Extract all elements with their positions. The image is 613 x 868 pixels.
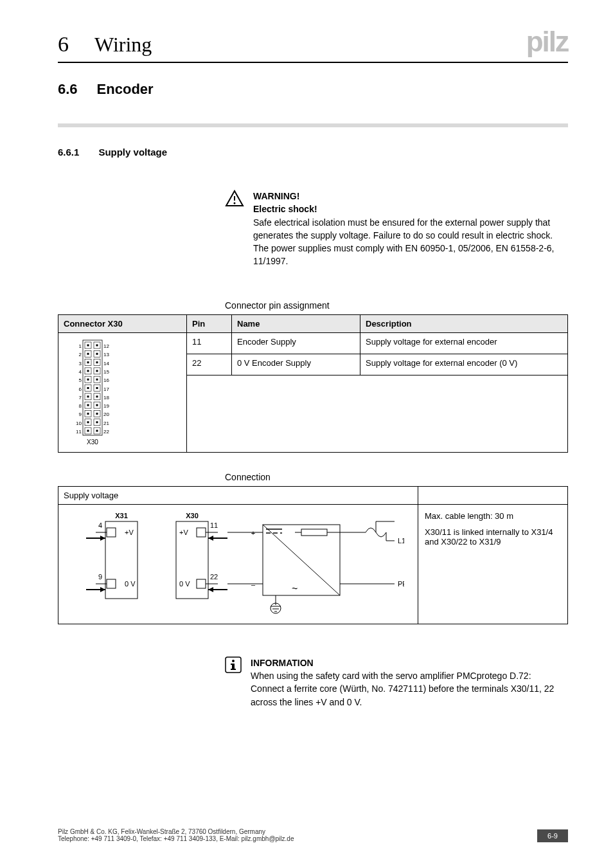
warning-callout: WARNING! Electric shock! Safe electrical… xyxy=(225,190,562,268)
svg-rect-42 xyxy=(87,395,89,397)
svg-text:5: 5 xyxy=(79,377,82,383)
warning-icon xyxy=(225,190,244,268)
pin-assignment-table: Connector X30 Pin Name Description X30 1… xyxy=(58,314,568,453)
svg-rect-14 xyxy=(96,353,98,355)
svg-text:+V: +V xyxy=(125,529,134,536)
svg-point-2 xyxy=(234,203,236,204)
svg-text:6: 6 xyxy=(79,386,82,392)
svg-text:17: 17 xyxy=(103,386,109,392)
desc-cell: Supply voltage for external encoder xyxy=(360,332,568,354)
svg-rect-111 xyxy=(301,529,327,536)
svg-text:–: – xyxy=(251,581,256,588)
table-row: Connector X30 Pin Name Description xyxy=(58,314,568,332)
svg-rect-50 xyxy=(96,404,98,406)
svg-text:18: 18 xyxy=(103,395,109,401)
connector-diagram-cell: X30 11221331441551661771881992010211122 xyxy=(58,332,187,452)
connector-x30-icon: X30 11221331441551661771881992010211122 xyxy=(64,337,121,446)
svg-rect-6 xyxy=(87,344,89,346)
name-cell: Encoder Supply xyxy=(232,332,360,354)
page-number: 6-9 xyxy=(537,829,568,842)
svg-text:21: 21 xyxy=(103,420,109,426)
col-header: Connector X30 xyxy=(58,314,187,332)
svg-rect-129 xyxy=(231,669,236,670)
svg-text:8: 8 xyxy=(79,403,82,409)
svg-text:12: 12 xyxy=(103,343,109,349)
svg-text:15: 15 xyxy=(103,369,109,375)
svg-text:PE: PE xyxy=(398,580,404,588)
wiring-diagram-cell: X31 4 +V 9 0 V xyxy=(58,504,418,624)
svg-text:14: 14 xyxy=(103,360,109,366)
svg-text:X30: X30 xyxy=(186,512,199,520)
table-row: Supply voltage xyxy=(58,486,568,504)
information-callout: INFORMATION When using the safety card w… xyxy=(225,656,562,709)
svg-rect-128 xyxy=(231,664,233,665)
svg-rect-38 xyxy=(96,387,98,389)
svg-text:0 V: 0 V xyxy=(179,580,190,588)
name-cell: 0 V Encoder Supply xyxy=(232,354,360,375)
svg-text:16: 16 xyxy=(103,377,109,383)
svg-text:9: 9 xyxy=(79,411,82,417)
svg-rect-18 xyxy=(87,361,89,363)
svg-marker-83 xyxy=(100,587,105,592)
col-header: Pin xyxy=(187,314,232,332)
svg-rect-36 xyxy=(87,387,89,389)
subsection-title: Supply voltage xyxy=(98,147,167,158)
svg-rect-62 xyxy=(96,421,98,423)
svg-text:22: 22 xyxy=(103,429,109,435)
brand-logo: pilz xyxy=(526,26,568,58)
col-header: Description xyxy=(360,314,568,332)
svg-rect-24 xyxy=(87,370,89,372)
svg-text:~: ~ xyxy=(292,583,298,594)
warning-text: Safe electrical isolation must be ensure… xyxy=(253,217,554,267)
svg-marker-97 xyxy=(208,587,213,592)
svg-rect-73 xyxy=(107,528,116,537)
svg-rect-30 xyxy=(87,378,89,380)
info-icon xyxy=(225,656,242,709)
warning-heading: WARNING! xyxy=(253,190,562,203)
section-number: 6.6 xyxy=(58,81,78,98)
warning-subheading: Electric shock! xyxy=(253,203,562,215)
connection-header: Supply voltage xyxy=(58,486,418,504)
chapter-title: Wiring xyxy=(94,33,152,57)
connection-table: Supply voltage X31 4 +V xyxy=(58,486,568,624)
svg-text:X31: X31 xyxy=(115,512,128,520)
svg-text:22: 22 xyxy=(210,573,218,581)
svg-rect-93 xyxy=(197,579,206,588)
max-cable-length: Max. cable length: 30 m xyxy=(425,511,561,521)
footer-contact: Telephone: +49 711 3409-0, Telefax: +49 … xyxy=(58,835,294,842)
svg-text:3: 3 xyxy=(79,360,82,366)
section-header: 6.6 Encoder xyxy=(58,81,568,98)
svg-text:0 V: 0 V xyxy=(125,580,136,588)
section-divider xyxy=(58,123,568,127)
svg-text:+V: +V xyxy=(179,529,188,536)
page-footer: Pilz GmbH & Co. KG, Felix-Wankel-Straße … xyxy=(58,828,568,842)
svg-text:9: 9 xyxy=(98,573,102,581)
empty-cell xyxy=(418,486,568,504)
pin-cell: 11 xyxy=(187,332,232,354)
svg-text:+: + xyxy=(251,529,255,537)
svg-marker-77 xyxy=(100,536,105,541)
connection-notes-cell: Max. cable length: 30 m X30/11 is linked… xyxy=(418,504,568,624)
subsection-header: 6.6.1 Supply voltage xyxy=(58,147,568,158)
col-header: Name xyxy=(232,314,360,332)
svg-rect-3 xyxy=(83,340,102,435)
svg-point-126 xyxy=(232,660,235,662)
svg-rect-26 xyxy=(96,370,98,372)
pin-table-caption: Connector pin assignment xyxy=(225,300,568,311)
subsection-number: 6.6.1 xyxy=(58,147,79,158)
svg-rect-32 xyxy=(96,378,98,380)
svg-text:13: 13 xyxy=(103,352,109,357)
svg-text:19: 19 xyxy=(103,403,109,409)
wiring-diagram: X31 4 +V 9 0 V xyxy=(64,509,404,618)
info-heading: INFORMATION xyxy=(251,656,562,669)
table-row: X31 4 +V 9 0 V xyxy=(58,504,568,624)
svg-text:7: 7 xyxy=(79,395,82,401)
internal-link-note: X30/11 is linked internally to X31/4 and… xyxy=(425,527,561,547)
svg-marker-91 xyxy=(208,536,213,541)
table-row: X30 11221331441551661771881992010211122 … xyxy=(58,332,568,354)
section-title: Encoder xyxy=(97,81,154,98)
svg-text:11: 11 xyxy=(76,429,82,435)
svg-text:4: 4 xyxy=(98,521,102,529)
chapter-number: 6 xyxy=(58,32,69,57)
footer-address: Pilz GmbH & Co. KG, Felix-Wankel-Straße … xyxy=(58,828,294,835)
